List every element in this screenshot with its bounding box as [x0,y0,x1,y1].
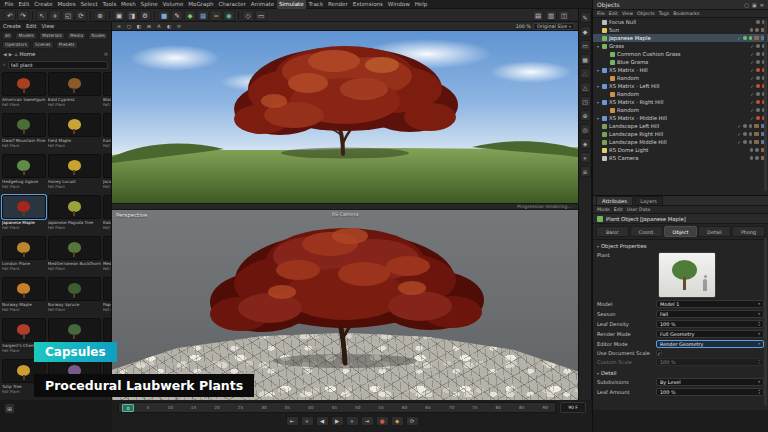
mograph-icon[interactable]: ◆ [184,10,196,21]
expand-caret-icon[interactable]: ▾ [596,68,600,73]
object-row[interactable]: Focus Null ✓ [593,18,768,26]
render-visibility-dot[interactable] [762,44,766,48]
channels-icon[interactable]: A [155,24,163,29]
viewport-solo-icon[interactable]: ◎ [580,124,591,135]
expand-caret-icon[interactable]: ▾ [596,84,600,89]
rotate-icon[interactable]: ⟳ [75,10,87,21]
render-visibility-dot[interactable] [762,116,766,120]
render-visibility-dot[interactable] [762,92,766,96]
editor-visibility-dot[interactable] [756,76,760,80]
object-manager-menu[interactable]: Tags [659,11,669,16]
tab-layers[interactable]: Layers [634,196,663,205]
attribute-tab[interactable]: Coord. [630,226,663,237]
leaf-amount-field[interactable]: 100 % ▴▾ [656,388,764,396]
go-to-start-button[interactable]: ⇤ [286,416,299,426]
enabled-check-icon[interactable]: ✓ [750,116,754,121]
panel-layout-icon[interactable]: ▥ [545,10,557,21]
subdivisions-dropdown[interactable]: By Level ▾ [656,378,764,386]
asset-item[interactable]: Mediterranean Buckthorn Fall Plant [48,236,101,275]
render-visibility-dot[interactable] [749,124,753,128]
menubar-item[interactable]: Tools [100,0,119,9]
layout-icon[interactable]: ≡ [580,166,591,177]
editor-visibility-dot[interactable] [743,36,747,40]
menubar-item[interactable]: Animate [248,0,276,9]
editor-visibility-dot[interactable] [756,84,760,88]
next-frame-button[interactable]: » [346,416,359,426]
enabled-check-icon[interactable]: ✓ [737,124,741,129]
object-row[interactable]: Landscape Middle Hill ✓ [593,138,768,146]
section-object-properties[interactable]: ▾ Object Properties [593,240,768,250]
editor-visibility-dot[interactable] [756,68,760,72]
ab-compare-icon[interactable]: ◧ [135,24,143,29]
object-manager-menu[interactable]: Edit [609,11,618,16]
toolbar-icon[interactable] [238,11,239,20]
workplane-lock-icon[interactable]: ⌖ [580,152,591,163]
object-row[interactable]: ▾ XS Matrix · Middle Hill ✓ [593,114,768,122]
asset-browser-menu[interactable]: Create [3,23,21,29]
scale-icon[interactable]: ◱ [62,10,74,21]
enabled-check-icon[interactable]: ✓ [750,68,754,73]
editor-visibility-dot[interactable] [756,44,760,48]
object-row[interactable]: ▾ XS Matrix · Left Hill ✓ [593,82,768,90]
asset-filter-chip[interactable]: Materials [39,32,65,40]
render-settings-icon[interactable]: ⚙ [139,10,151,21]
object-tag-icon[interactable] [761,148,766,153]
menubar-item[interactable]: Extensions [350,0,385,9]
asset-browser-menu[interactable]: View [41,23,54,29]
enabled-check-icon[interactable]: ✓ [750,76,754,81]
object-row[interactable]: Landscape Left Hill ✓ [593,122,768,130]
asset-item[interactable]: Dwarf Mountain Pine Fall Plant [2,113,46,152]
object-row[interactable]: Landscape Right Hill ✓ [593,130,768,138]
enabled-check-icon[interactable]: ✓ [750,108,754,113]
editor-visibility-dot[interactable] [756,116,760,120]
object-manager-menu[interactable]: File [597,11,605,16]
menubar-item[interactable]: Spline [138,0,160,9]
objects-panel-title[interactable]: Objects [597,1,620,8]
asset-item[interactable]: Honey Locust Fall Plant [48,154,101,193]
editor-visibility-dot[interactable] [750,156,754,160]
asset-filter-chip[interactable]: All [2,32,13,40]
enabled-check-icon[interactable]: ✓ [737,36,741,41]
menubar-item[interactable]: Window [385,0,412,9]
render-visibility-dot[interactable] [755,156,759,160]
object-tag-icon[interactable] [761,124,766,129]
menubar-item[interactable]: Character [216,0,248,9]
asset-item[interactable]: European Hornbeam Fall Plant [103,113,111,152]
spinner-arrows-icon[interactable]: ▴▾ [759,359,760,365]
toolbar-icon[interactable] [154,11,155,20]
editor-visibility-dot[interactable] [743,124,747,128]
volume-icon[interactable]: ▦ [197,10,209,21]
object-tag-icon[interactable] [754,140,759,145]
render-visibility-dot[interactable] [762,100,766,104]
object-tag-icon[interactable] [754,36,759,41]
edges-mode-icon[interactable]: △ [580,82,591,93]
polygons-mode-icon[interactable]: ◳ [580,96,591,107]
object-row[interactable]: Common Cushion Grass ✓ [593,50,768,58]
layout-switch-icon[interactable]: ◫ [558,10,570,21]
render-view-icon[interactable]: ▣ [113,10,125,21]
render-visibility-dot[interactable] [762,52,766,56]
points-mode-icon[interactable]: ∴ [580,68,591,79]
playhead[interactable]: 0 [122,404,134,412]
make-editable-icon[interactable]: ✎ [580,12,591,23]
render-view-canvas[interactable] [112,31,578,203]
panel-options-icon[interactable]: ≡ [760,2,764,8]
asset-filter-chip[interactable]: Models [15,32,36,40]
enabled-check-icon[interactable]: ✓ [737,140,741,145]
timeline-ruler[interactable]: 051015202530354045505560657075808590 0 [118,402,556,413]
object-row[interactable]: ▾ XS Matrix · Hill ✓ [593,66,768,74]
object-row[interactable]: ▾ Grass ✓ [593,42,768,50]
fit-mode-dropdown[interactable]: Original Size ▾ [533,23,575,30]
workplane-icon[interactable]: ▭ [255,10,267,21]
editor-visibility-dot[interactable] [756,60,760,64]
editor-visibility-dot[interactable] [756,108,760,112]
field-icon[interactable]: ◉ [223,10,235,21]
loop-button[interactable]: ⟳ [406,416,419,426]
attribute-tab[interactable]: Detail [698,226,731,237]
panel-menu-icon[interactable]: ▢ [744,2,749,8]
render-visibility-dot[interactable] [755,28,759,32]
enabled-check-icon[interactable]: ✓ [737,132,741,137]
menubar-item[interactable]: Select [78,0,100,9]
object-tag-icon[interactable] [761,140,766,145]
object-manager-menu[interactable]: Objects [637,11,655,16]
